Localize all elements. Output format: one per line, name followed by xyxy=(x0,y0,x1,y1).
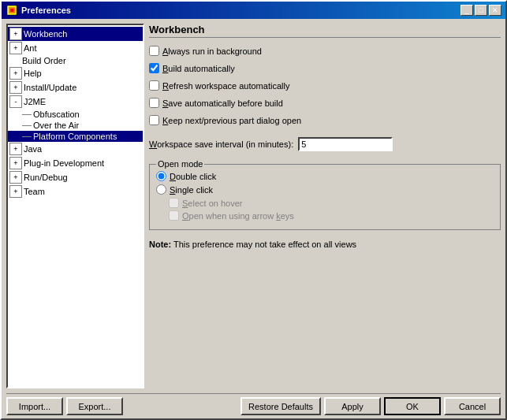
tree-item-run-debug[interactable]: + Run/Debug xyxy=(8,170,143,184)
window-controls: _ □ ✕ xyxy=(460,5,501,16)
expand-icon-workbench[interactable]: + xyxy=(9,28,22,40)
checkbox-save-auto: Save automatically before build xyxy=(149,98,501,108)
keep-dialog-checkbox[interactable] xyxy=(149,115,159,125)
bottom-left-buttons: Import... Export... xyxy=(6,397,123,415)
expand-icon-j2me[interactable]: - xyxy=(9,95,22,108)
expand-icon-help[interactable]: + xyxy=(9,67,22,80)
tree-label-ant: Ant xyxy=(24,43,37,53)
note-content: This preference may not take effect on a… xyxy=(173,240,356,249)
tree-label-install-update: Install/Update xyxy=(24,83,76,92)
tree-item-ant[interactable]: + Ant xyxy=(8,41,143,55)
note-text: Note: This preference may not take effec… xyxy=(149,240,501,249)
cancel-button[interactable]: Cancel xyxy=(444,397,501,415)
tree-label-obfuscation: Obfuscation xyxy=(33,110,80,119)
refresh-workspace-label: Refresh workspace automatically xyxy=(162,81,289,91)
select-on-hover-label: Select on hover xyxy=(182,199,242,208)
single-click-radio[interactable] xyxy=(156,184,166,195)
expand-icon-plugin-development[interactable]: + xyxy=(9,157,22,169)
expand-icon-ant[interactable]: + xyxy=(9,42,22,54)
svg-rect-2 xyxy=(10,9,13,12)
expand-icon-java[interactable]: + xyxy=(9,143,22,155)
open-mode-legend: Open mode xyxy=(156,159,204,169)
interval-label: Workspace save interval (in minutes): xyxy=(149,139,293,149)
tree-label-j2me: J2ME xyxy=(24,97,46,106)
import-button[interactable]: Import... xyxy=(6,397,63,415)
tree-label-team: Team xyxy=(24,187,45,196)
bottom-bar: Import... Export... Restore Defaults App… xyxy=(2,394,505,418)
expand-icon-run-debug[interactable]: + xyxy=(9,171,22,184)
apply-button[interactable]: Apply xyxy=(324,397,381,415)
tree-item-workbench[interactable]: + Workbench xyxy=(8,27,143,41)
tree-item-over-the-air[interactable]: Over the Air xyxy=(8,120,143,131)
tree-item-plugin-development[interactable]: + Plug-in Development xyxy=(8,156,143,170)
radio-single-click: Single click xyxy=(156,184,494,195)
open-mode-group: Open mode Double click Single click Sele… xyxy=(149,164,501,230)
select-on-hover-row: Select on hover xyxy=(169,198,494,208)
double-click-label: Double click xyxy=(170,172,216,181)
checkbox-always-run: Always run in background xyxy=(149,46,501,56)
window-icon xyxy=(6,4,18,17)
note-prefix: Note: xyxy=(149,240,171,249)
open-arrow-keys-checkbox[interactable] xyxy=(169,210,179,221)
tree-label-build-order: Build Order xyxy=(22,56,66,65)
ok-button[interactable]: OK xyxy=(384,397,441,415)
bottom-right-buttons: Restore Defaults Apply OK Cancel xyxy=(240,397,501,415)
open-arrow-keys-label: Open when using arrow keys xyxy=(182,211,294,221)
checkbox-refresh-workspace: Refresh workspace automatically xyxy=(149,80,501,91)
build-auto-checkbox[interactable] xyxy=(149,63,159,73)
section-title: Workbench xyxy=(149,24,501,38)
double-click-radio[interactable] xyxy=(156,171,166,181)
title-bar: Preferences _ □ ✕ xyxy=(2,2,505,19)
checkbox-build-auto: Build automatically xyxy=(149,63,501,73)
tree-label-help: Help xyxy=(24,69,42,78)
tree-item-help[interactable]: + Help xyxy=(8,66,143,80)
keep-dialog-label: Keep next/previous part dialog open xyxy=(162,116,301,125)
tree-item-obfuscation[interactable]: Obfuscation xyxy=(8,109,143,120)
tree-item-build-order[interactable]: Build Order xyxy=(8,55,143,66)
restore-defaults-button[interactable]: Restore Defaults xyxy=(240,397,321,415)
minimize-button[interactable]: _ xyxy=(460,5,473,16)
build-auto-label: Build automatically xyxy=(162,64,235,73)
single-click-label: Single click xyxy=(170,185,213,195)
tree-label-run-debug: Run/Debug xyxy=(24,173,68,182)
preferences-window: Preferences _ □ ✕ + Workbench + Ant Buil… xyxy=(0,0,507,420)
refresh-workspace-checkbox[interactable] xyxy=(149,80,159,91)
always-run-label: Always run in background xyxy=(162,46,262,56)
checkbox-keep-dialog: Keep next/previous part dialog open xyxy=(149,115,501,125)
tree-label-over-the-air: Over the Air xyxy=(33,121,79,130)
window-title: Preferences xyxy=(21,6,460,15)
tree-item-team[interactable]: + Team xyxy=(8,184,143,199)
tree-label-plugin-development: Plug-in Development xyxy=(24,158,104,168)
expand-icon-team[interactable]: + xyxy=(9,185,22,198)
maximize-button[interactable]: □ xyxy=(475,5,487,16)
tree-label-java: Java xyxy=(24,144,42,154)
select-on-hover-checkbox[interactable] xyxy=(169,198,179,208)
tree-item-install-update[interactable]: + Install/Update xyxy=(8,80,143,95)
tree-item-j2me[interactable]: - J2ME xyxy=(8,95,143,109)
expand-icon-install-update[interactable]: + xyxy=(9,81,22,94)
save-auto-checkbox[interactable] xyxy=(149,98,159,108)
radio-double-click: Double click xyxy=(156,171,494,181)
export-button[interactable]: Export... xyxy=(66,397,123,415)
tree-panel[interactable]: + Workbench + Ant Build Order + Help + I… xyxy=(6,24,144,388)
close-button[interactable]: ✕ xyxy=(489,5,501,16)
interval-input[interactable] xyxy=(298,137,393,151)
main-content: + Workbench + Ant Build Order + Help + I… xyxy=(2,19,505,393)
open-arrow-keys-row: Open when using arrow keys xyxy=(169,210,494,221)
tree-label-workbench: Workbench xyxy=(24,29,67,39)
always-run-checkbox[interactable] xyxy=(149,46,159,56)
tree-item-java[interactable]: + Java xyxy=(8,142,143,156)
tree-item-platform-components[interactable]: Platform Components xyxy=(8,131,143,142)
save-auto-label: Save automatically before build xyxy=(162,98,283,108)
tree-label-platform-components: Platform Components xyxy=(33,132,117,141)
content-panel: Workbench Always run in background Build… xyxy=(149,24,501,388)
interval-row: Workspace save interval (in minutes): xyxy=(149,137,501,151)
